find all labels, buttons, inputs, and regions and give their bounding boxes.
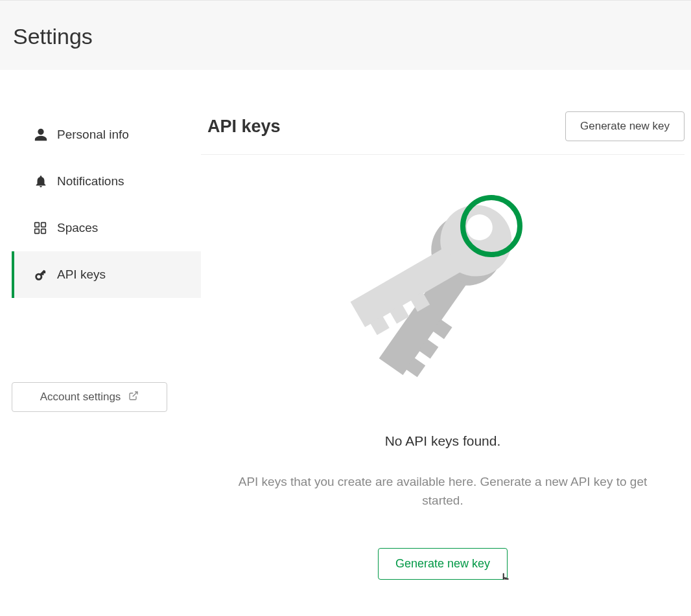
svg-rect-3: [41, 229, 46, 234]
svg-rect-1: [41, 223, 46, 227]
external-link-icon: [128, 391, 139, 404]
svg-rect-2: [35, 229, 40, 234]
sidebar-item-personal-info[interactable]: Personal info: [12, 111, 201, 158]
generate-new-key-button-top[interactable]: Generate new key: [565, 111, 685, 141]
svg-rect-0: [35, 223, 40, 227]
page-title: Settings: [13, 24, 678, 49]
empty-state-title: No API keys found.: [385, 433, 501, 449]
sidebar-item-label: API keys: [57, 268, 106, 282]
page-header: Settings: [0, 0, 691, 70]
sidebar-item-label: Notifications: [57, 174, 124, 188]
section-title: API keys: [207, 117, 281, 137]
sidebar-item-spaces[interactable]: Spaces: [12, 205, 201, 251]
generate-new-key-label: Generate new key: [395, 557, 490, 570]
content-wrapper: Personal info Notifications Spaces API k…: [0, 70, 691, 580]
nav-list: Personal info Notifications Spaces API k…: [12, 111, 201, 298]
empty-state-description: API keys that you create are available h…: [235, 472, 650, 510]
account-settings-button[interactable]: Account settings: [12, 382, 167, 412]
cursor-pointer-icon: [498, 572, 512, 580]
key-icon: [34, 268, 57, 282]
sidebar-item-notifications[interactable]: Notifications: [12, 158, 201, 205]
sidebar-item-label: Personal info: [57, 128, 129, 142]
user-icon: [34, 128, 57, 142]
sidebar-item-api-keys[interactable]: API keys: [12, 251, 201, 298]
sidebar: Personal info Notifications Spaces API k…: [0, 111, 201, 580]
account-settings-label: Account settings: [40, 391, 121, 404]
bell-icon: [34, 174, 57, 188]
grid-icon: [34, 222, 57, 234]
sidebar-item-label: Spaces: [57, 221, 98, 235]
generate-new-key-button-main[interactable]: Generate new key: [378, 548, 508, 580]
svg-line-4: [133, 392, 137, 396]
main-content: API keys Generate new key: [201, 111, 691, 580]
empty-state: No API keys found. API keys that you cre…: [201, 155, 685, 580]
main-header: API keys Generate new key: [201, 111, 685, 155]
keys-illustration: [346, 194, 540, 414]
